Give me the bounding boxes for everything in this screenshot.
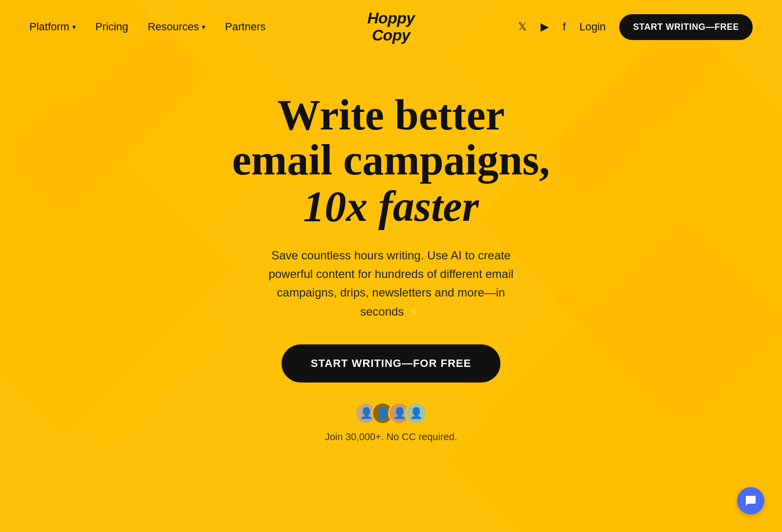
nav-pricing-label: Pricing (95, 21, 128, 33)
nav-cta-button[interactable]: START WRITING—FREE (619, 14, 753, 40)
nav-partners-label: Partners (225, 21, 265, 33)
chat-icon (745, 495, 757, 507)
avatar-4: 👤 (405, 402, 427, 425)
chat-support-button[interactable] (737, 487, 764, 514)
navigation: Platform ▾ Pricing Resources ▾ Partners … (0, 0, 782, 54)
nav-platform-label: Platform (29, 21, 69, 33)
nav-resources-label: Resources (148, 21, 199, 33)
hero-line2: email campaigns, (232, 136, 550, 184)
avatar-group: 👤 👤 👤 👤 (355, 402, 427, 425)
login-link[interactable]: Login (580, 21, 606, 33)
hero-line3: 10x faster (303, 183, 478, 230)
social-proof-avatars: 👤 👤 👤 👤 (355, 402, 427, 425)
logo-line1: Hoppy (367, 10, 414, 27)
chevron-down-icon-2: ▾ (202, 23, 205, 31)
hero-headline: Write better email campaigns, 10x faster (232, 93, 550, 231)
hero-line1: Write better (277, 91, 504, 139)
social-proof-text: Join 30,000+. No CC required. (325, 431, 457, 443)
hero-cta-button[interactable]: START WRITING—FOR FREE (282, 344, 500, 383)
youtube-icon[interactable]: ▶ (541, 21, 549, 33)
logo-line2: Copy (367, 27, 414, 44)
site-logo[interactable]: Hoppy Copy (367, 10, 414, 44)
facebook-icon[interactable]: f (563, 21, 565, 33)
hero-subtext: Save countless hours writing. Use AI to … (254, 246, 528, 321)
nav-pricing[interactable]: Pricing (95, 21, 128, 33)
nav-right: 𝕏 ▶ f Login START WRITING—FREE (518, 14, 753, 40)
nav-resources[interactable]: Resources ▾ (148, 21, 205, 33)
hero-section: Write better email campaigns, 10x faster… (0, 54, 782, 443)
nav-left: Platform ▾ Pricing Resources ▾ Partners (29, 21, 265, 33)
hero-headline-text: Write better email campaigns, 10x faster (232, 93, 550, 231)
nav-platform[interactable]: Platform ▾ (29, 21, 76, 33)
chevron-down-icon: ▾ (72, 23, 76, 31)
twitter-icon[interactable]: 𝕏 (518, 21, 527, 33)
nav-partners[interactable]: Partners (225, 21, 265, 33)
